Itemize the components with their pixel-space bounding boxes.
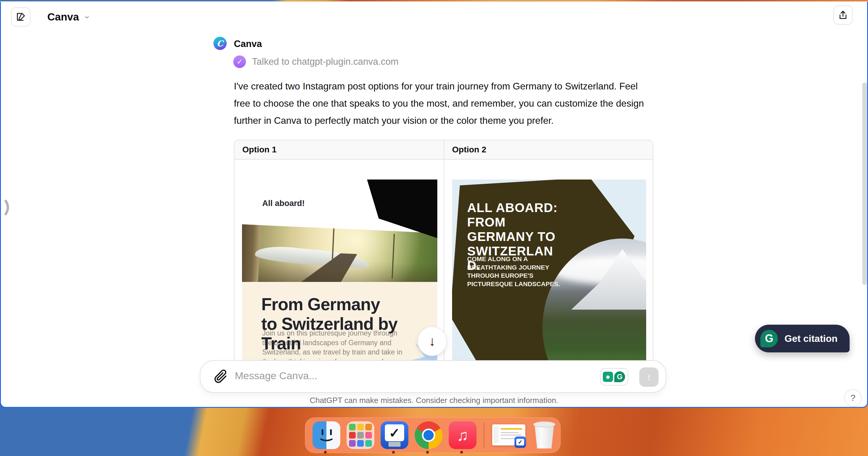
share-button[interactable] <box>833 5 852 25</box>
thumb-highlight-row <box>501 428 522 430</box>
attach-file-button[interactable] <box>213 369 228 386</box>
launchpad-icon <box>365 440 372 447</box>
launchpad-icon <box>365 424 372 430</box>
things-badge-icon: ✓ <box>516 439 524 446</box>
things-icon <box>389 442 401 447</box>
down-arrow-icon: ↓ <box>429 334 435 349</box>
launchpad-icon <box>349 424 355 430</box>
plugin-status-row[interactable]: ✓ Talked to chatgpt-plugin.canva.com <box>233 56 398 68</box>
launchpad-icon <box>357 432 364 438</box>
launchpad-icon <box>357 424 364 430</box>
running-indicator-music <box>460 451 463 454</box>
help-icon: ? <box>850 393 856 403</box>
things-check: ✓ <box>389 425 400 441</box>
finder-icon <box>318 430 335 441</box>
g-glyph: G <box>617 372 623 381</box>
check-glyph: ✓ <box>237 58 243 65</box>
disclaimer-text: ChatGPT can make mistakes. Consider chec… <box>1 396 867 405</box>
grammarly-g-icon: G <box>614 371 626 383</box>
running-indicator-chrome <box>426 451 429 454</box>
send-button[interactable]: ↑ <box>639 367 658 387</box>
launchpad-icon <box>349 440 355 447</box>
share-icon <box>838 10 848 20</box>
thumb-sidebar <box>493 426 499 443</box>
photo-pole <box>392 234 395 279</box>
compose-icon <box>16 12 26 22</box>
send-arrow-icon: ↑ <box>647 371 652 383</box>
dock-separator <box>484 423 484 449</box>
option2-header: Option 2 <box>444 140 653 159</box>
option1-cell: All aboard! Join us on this picturesque … <box>235 160 444 363</box>
gem-glyph: ◆ <box>606 373 610 380</box>
thumb-text-line <box>501 432 519 433</box>
new-chat-button[interactable] <box>11 7 30 27</box>
dock-item-launchpad[interactable] <box>347 421 374 449</box>
chrome-icon <box>422 429 435 442</box>
option2-design-image[interactable]: COME ALONG ON A BREATHTAKING JOURNEY THR… <box>452 180 646 375</box>
options-table-header: Option 1 Option 2 <box>235 140 653 160</box>
assistant-message: I've created two Instagram post options … <box>234 78 656 129</box>
grammarly-gem-icon: ◆ <box>603 372 613 382</box>
chatgpt-window: Canva ⌄ C Canva ✓ Talked to chatgpt-plug… <box>0 2 868 408</box>
option2-cell: COME ALONG ON A BREATHTAKING JOURNEY THR… <box>444 160 653 363</box>
avatar-letter: C <box>217 39 223 48</box>
music-note-icon: ♫ <box>457 426 469 444</box>
dock-item-things[interactable]: ✓ <box>381 421 408 449</box>
thumb-text-line <box>501 435 522 435</box>
option1-heading: From Germany to Switzerland by Train <box>261 295 400 353</box>
trash-icon <box>533 421 555 427</box>
running-indicator-finder <box>324 451 327 454</box>
help-button[interactable]: ? <box>844 389 862 406</box>
trash-icon <box>534 424 555 449</box>
options-table: Option 1 Option 2 All aboard! <box>234 140 653 363</box>
thumb-text-line <box>501 438 516 439</box>
macos-dock: ✓ ♫ ✓ <box>305 418 561 453</box>
scroll-to-bottom-button[interactable]: ↓ <box>417 326 447 356</box>
paperclip-icon <box>213 369 228 384</box>
option1-tagline: All aboard! <box>262 199 305 208</box>
grammarly-inline-widget[interactable]: ◆ G <box>600 368 628 386</box>
running-indicator-things <box>392 451 395 454</box>
scrollbar-thumb[interactable] <box>862 83 867 285</box>
assistant-name: Canva <box>234 38 262 50</box>
plugin-check-icon: ✓ <box>233 56 246 68</box>
sidebar-expand-handle[interactable] <box>4 197 16 218</box>
option1-design-image[interactable]: All aboard! Join us on this picturesque … <box>242 180 437 375</box>
dock-item-chrome[interactable] <box>415 421 442 449</box>
canva-plugin-avatar: C <box>213 37 227 50</box>
g-glyph: G <box>765 332 773 345</box>
launchpad-icon <box>365 432 372 438</box>
chevron-down-icon: ⌄ <box>83 10 91 21</box>
dock-item-trash[interactable] <box>531 421 557 450</box>
message-composer[interactable]: Message Canva... ◆ G ↑ <box>200 360 666 393</box>
option2-heading: ALL ABOARD: FROM GERMANY TO SWITZERLAND. <box>467 201 558 273</box>
get-citation-button[interactable]: G Get citation <box>755 325 849 352</box>
launchpad-icon <box>349 432 355 438</box>
things-icon: ✓ <box>385 424 404 441</box>
option1-header: Option 1 <box>235 140 444 159</box>
grammarly-logo: G <box>761 330 778 347</box>
model-switcher[interactable]: Canva ⌄ <box>47 11 91 23</box>
plugin-status-text: Talked to chatgpt-plugin.canva.com <box>252 56 398 67</box>
dock-minimized-window-badge: ✓ <box>515 436 526 448</box>
sidebar-expand-icon <box>4 198 12 217</box>
dock-item-finder[interactable] <box>313 421 340 449</box>
dock-item-music[interactable]: ♫ <box>449 421 476 449</box>
get-citation-label: Get citation <box>784 333 838 344</box>
composer-placeholder: Message Canva... <box>235 370 317 382</box>
launchpad-icon <box>357 440 364 447</box>
page-title: Canva <box>47 11 79 23</box>
